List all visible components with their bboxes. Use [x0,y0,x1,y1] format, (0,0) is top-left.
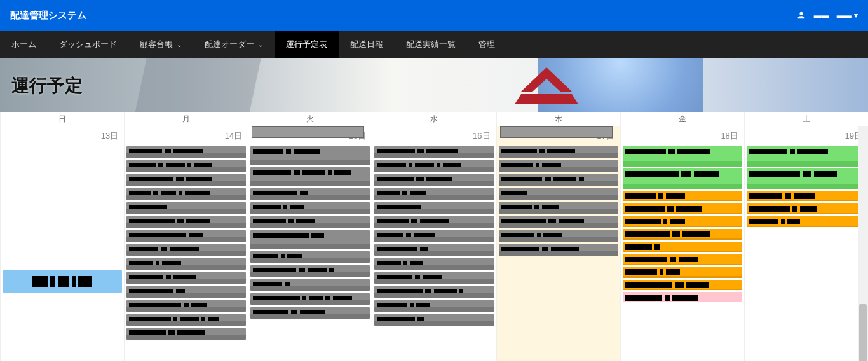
calendar-event[interactable] [374,174,494,186]
nav-tab-5[interactable]: 配送日報 [339,31,395,58]
nav-tab-1[interactable]: ダッシュボード [48,31,128,58]
calendar-event[interactable] [126,258,246,270]
calendar-event[interactable] [499,216,618,228]
calendar-event[interactable] [126,174,246,186]
weekday-2: 火 [248,112,372,126]
calendar-event[interactable] [747,191,866,201]
nav-tab-7[interactable]: 管理 [467,31,506,58]
date-header: 19日 [747,128,866,144]
calendar-event[interactable] [374,216,494,228]
weekday-header: 日月火水木金土 [0,112,868,126]
calendar-event[interactable] [623,254,742,265]
calendar-event[interactable] [250,230,370,249]
calendar-event[interactable] [623,280,742,290]
nav-tab-3[interactable]: 配達オーダー⌄ [193,31,275,58]
calendar-event[interactable] [374,160,494,172]
calendar-event[interactable] [374,272,494,284]
scrollbar-vertical[interactable] [858,126,868,361]
calendar-event[interactable] [623,242,742,252]
calendar-event[interactable] [374,188,494,200]
calendar-event[interactable] [499,244,618,256]
calendar-event[interactable] [623,216,742,227]
calendar-event[interactable] [374,230,494,242]
calendar-event[interactable] [250,293,370,305]
user-icon [796,10,806,20]
calendar-event[interactable] [250,307,370,319]
day-column-6: 19日 [744,126,868,361]
calendar-event[interactable] [623,267,742,278]
calendar-event[interactable] [499,146,618,158]
date-header: 14日 [126,128,246,144]
navbar: ホームダッシュボード顧客台帳⌄配達オーダー⌄運行予定表配送日報配送実績一覧管理 [0,31,868,58]
calendar-event[interactable] [126,272,246,284]
calendar-event[interactable] [126,244,246,256]
calendar-event[interactable] [374,258,494,270]
date-header: 16日 [374,128,494,144]
calendar-event[interactable] [250,188,370,200]
day-column-4: 17日 [496,126,620,361]
nav-tab-0[interactable]: ホーム [0,31,48,58]
calendar-event[interactable] [250,216,370,228]
calendar-event[interactable] [126,230,246,242]
calendar-event[interactable] [250,279,370,291]
calendar-event[interactable] [374,202,494,214]
calendar-event[interactable] [3,270,122,293]
day-column-5: 18日 [620,126,744,361]
weekday-0: 日 [0,112,124,126]
calendar-event[interactable] [623,191,742,201]
overflow-event-thu[interactable] [500,126,613,138]
calendar-event[interactable] [623,168,742,189]
scrollbar-thumb[interactable] [859,304,867,361]
calendar-event[interactable] [499,160,618,172]
calendar-event[interactable] [250,251,370,263]
calendar-event[interactable] [623,146,742,167]
calendar-event[interactable] [250,167,370,186]
weekday-6: 土 [744,112,868,126]
nav-tab-4[interactable]: 運行予定表 [275,31,339,58]
calendar-event[interactable] [126,202,246,214]
calendar: 13日14日15日16日17日18日19日 [0,126,868,361]
calendar-event[interactable] [126,328,246,340]
day-column-2: 15日 [248,126,372,361]
calendar-event[interactable] [374,244,494,256]
calendar-event[interactable] [623,292,742,302]
calendar-event[interactable] [250,202,370,214]
overflow-event-tue[interactable] [252,126,364,138]
nav-tab-6[interactable]: 配送実績一覧 [395,31,467,58]
topbar: 配達管理システム ▬▬ ▬▬ ▾ [0,0,868,31]
chevron-down-icon: ⌄ [258,41,263,48]
chevron-down-icon: ⌄ [177,41,182,48]
calendar-event[interactable] [126,286,246,298]
calendar-event[interactable] [250,146,370,165]
calendar-event[interactable] [747,146,866,167]
calendar-event[interactable] [747,203,866,214]
calendar-event[interactable] [499,188,618,200]
calendar-event[interactable] [374,300,494,312]
calendar-event[interactable] [623,203,742,214]
calendar-event[interactable] [250,265,370,277]
calendar-event[interactable] [126,314,246,326]
calendar-event[interactable] [126,146,246,158]
user-name: ▬▬ [814,11,829,20]
calendar-event[interactable] [747,216,866,227]
calendar-event[interactable] [126,160,246,172]
calendar-event[interactable] [747,168,866,189]
calendar-event[interactable] [374,286,494,298]
calendar-event[interactable] [126,300,246,312]
user-menu[interactable]: ▬▬ ▬▬ ▾ [796,10,858,20]
calendar-event[interactable] [374,314,494,326]
calendar-event[interactable] [623,229,742,240]
nav-tab-2[interactable]: 顧客台帳⌄ [128,31,193,58]
calendar-event[interactable] [499,174,618,186]
calendar-event[interactable] [499,230,618,242]
calendar-event[interactable] [374,146,494,158]
calendar-event[interactable] [499,202,618,214]
day-column-3: 16日 [372,126,496,361]
user-dropdown[interactable]: ▬▬ ▾ [837,11,858,20]
weekday-1: 月 [124,112,248,126]
calendar-grid: 13日14日15日16日17日18日19日 [0,126,868,361]
date-header: 18日 [623,128,742,144]
calendar-event[interactable] [126,216,246,228]
calendar-event[interactable] [126,188,246,200]
day-column-1: 14日 [124,126,248,361]
